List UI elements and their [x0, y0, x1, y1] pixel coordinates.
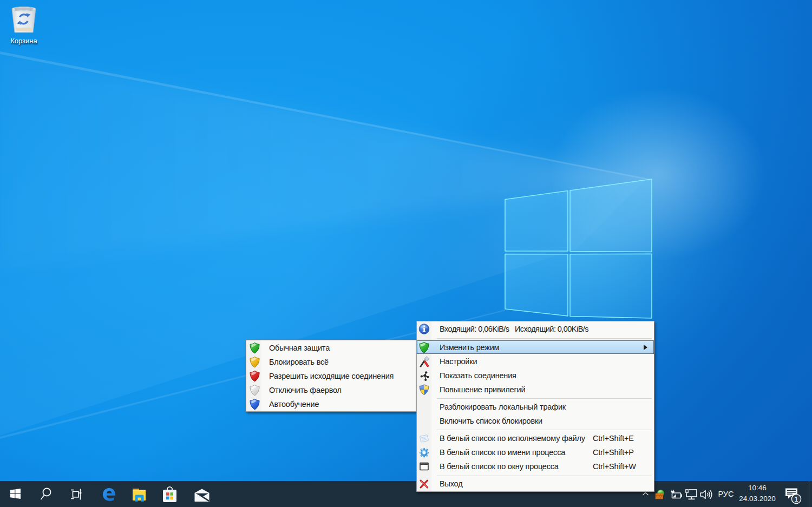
svg-text:1: 1 — [795, 496, 798, 503]
